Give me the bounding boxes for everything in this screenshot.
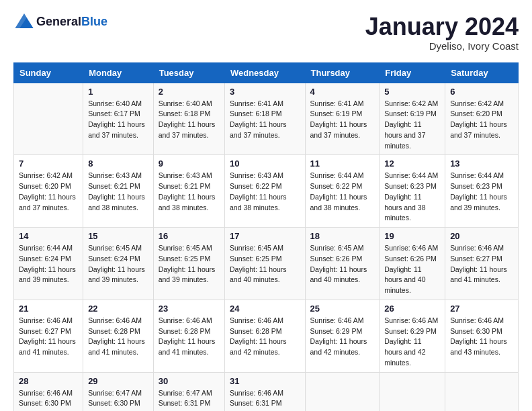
day-number: 5 bbox=[384, 87, 440, 97]
col-header-saturday: Saturday bbox=[445, 62, 519, 83]
day-number: 22 bbox=[88, 304, 148, 314]
calendar-cell: 9Sunrise: 6:43 AMSunset: 6:21 PMDaylight… bbox=[153, 155, 224, 228]
day-number: 28 bbox=[19, 376, 78, 386]
page-header: GeneralBlue January 2024 Dyeliso, Ivory … bbox=[13, 13, 519, 52]
calendar-cell: 21Sunrise: 6:46 AMSunset: 6:27 PMDayligh… bbox=[14, 300, 83, 372]
day-number: 11 bbox=[310, 158, 375, 169]
logo-icon bbox=[15, 13, 34, 28]
cell-sun-info: Sunrise: 6:46 AMSunset: 6:28 PMDaylight:… bbox=[159, 316, 220, 358]
calendar-cell bbox=[14, 83, 83, 155]
calendar-cell: 8Sunrise: 6:43 AMSunset: 6:21 PMDaylight… bbox=[83, 155, 154, 228]
day-number: 23 bbox=[159, 304, 220, 314]
logo: GeneralBlue bbox=[13, 13, 107, 31]
col-header-friday: Friday bbox=[380, 62, 445, 83]
calendar-cell: 4Sunrise: 6:41 AMSunset: 6:19 PMDaylight… bbox=[305, 83, 380, 155]
calendar-cell bbox=[380, 372, 445, 411]
cell-sun-info: Sunrise: 6:42 AMSunset: 6:19 PMDaylight:… bbox=[384, 99, 440, 152]
calendar-table: SundayMondayTuesdayWednesdayThursdayFrid… bbox=[13, 62, 519, 411]
cell-sun-info: Sunrise: 6:45 AMSunset: 6:25 PMDaylight:… bbox=[230, 243, 300, 285]
calendar-cell bbox=[305, 372, 380, 411]
cell-sun-info: Sunrise: 6:41 AMSunset: 6:18 PMDaylight:… bbox=[230, 99, 300, 141]
calendar-cell bbox=[445, 372, 519, 411]
cell-sun-info: Sunrise: 6:44 AMSunset: 6:23 PMDaylight:… bbox=[450, 171, 513, 213]
calendar-cell: 26Sunrise: 6:46 AMSunset: 6:29 PMDayligh… bbox=[380, 300, 445, 372]
cell-sun-info: Sunrise: 6:46 AMSunset: 6:27 PMDaylight:… bbox=[450, 243, 513, 285]
cell-sun-info: Sunrise: 6:46 AMSunset: 6:29 PMDaylight:… bbox=[384, 316, 440, 369]
day-number: 12 bbox=[384, 158, 440, 169]
cell-sun-info: Sunrise: 6:45 AMSunset: 6:26 PMDaylight:… bbox=[310, 243, 375, 285]
cell-sun-info: Sunrise: 6:41 AMSunset: 6:19 PMDaylight:… bbox=[310, 99, 375, 141]
day-number: 7 bbox=[19, 158, 78, 169]
col-header-sunday: Sunday bbox=[14, 62, 83, 83]
day-number: 16 bbox=[159, 231, 220, 241]
calendar-cell: 10Sunrise: 6:43 AMSunset: 6:22 PMDayligh… bbox=[224, 155, 305, 228]
calendar-cell: 27Sunrise: 6:46 AMSunset: 6:30 PMDayligh… bbox=[445, 300, 519, 372]
calendar-cell: 18Sunrise: 6:45 AMSunset: 6:26 PMDayligh… bbox=[305, 228, 380, 300]
calendar-cell: 7Sunrise: 6:42 AMSunset: 6:20 PMDaylight… bbox=[14, 155, 83, 228]
day-number: 20 bbox=[450, 231, 513, 241]
calendar-cell: 23Sunrise: 6:46 AMSunset: 6:28 PMDayligh… bbox=[153, 300, 224, 372]
cell-sun-info: Sunrise: 6:46 AMSunset: 6:28 PMDaylight:… bbox=[88, 316, 148, 358]
day-number: 30 bbox=[159, 376, 220, 386]
calendar-cell: 19Sunrise: 6:46 AMSunset: 6:26 PMDayligh… bbox=[380, 228, 445, 300]
calendar-cell: 11Sunrise: 6:44 AMSunset: 6:22 PMDayligh… bbox=[305, 155, 380, 228]
calendar-cell: 28Sunrise: 6:46 AMSunset: 6:30 PMDayligh… bbox=[14, 372, 83, 411]
cell-sun-info: Sunrise: 6:40 AMSunset: 6:17 PMDaylight:… bbox=[88, 99, 148, 141]
cell-sun-info: Sunrise: 6:44 AMSunset: 6:22 PMDaylight:… bbox=[310, 171, 375, 213]
col-header-tuesday: Tuesday bbox=[153, 62, 224, 83]
col-header-wednesday: Wednesday bbox=[224, 62, 305, 83]
cell-sun-info: Sunrise: 6:46 AMSunset: 6:30 PMDaylight:… bbox=[450, 316, 513, 358]
cell-sun-info: Sunrise: 6:43 AMSunset: 6:21 PMDaylight:… bbox=[159, 171, 220, 213]
cell-sun-info: Sunrise: 6:45 AMSunset: 6:25 PMDaylight:… bbox=[159, 243, 220, 285]
week-row-4: 21Sunrise: 6:46 AMSunset: 6:27 PMDayligh… bbox=[14, 300, 519, 372]
logo-blue-text: Blue bbox=[81, 15, 107, 28]
calendar-cell: 20Sunrise: 6:46 AMSunset: 6:27 PMDayligh… bbox=[445, 228, 519, 300]
week-row-1: 1Sunrise: 6:40 AMSunset: 6:17 PMDaylight… bbox=[14, 83, 519, 155]
day-number: 2 bbox=[159, 87, 220, 97]
cell-sun-info: Sunrise: 6:46 AMSunset: 6:26 PMDaylight:… bbox=[384, 243, 440, 296]
col-header-thursday: Thursday bbox=[305, 62, 380, 83]
col-header-monday: Monday bbox=[83, 62, 154, 83]
calendar-cell: 5Sunrise: 6:42 AMSunset: 6:19 PMDaylight… bbox=[380, 83, 445, 155]
calendar-cell: 30Sunrise: 6:47 AMSunset: 6:31 PMDayligh… bbox=[153, 372, 224, 411]
cell-sun-info: Sunrise: 6:46 AMSunset: 6:29 PMDaylight:… bbox=[310, 316, 375, 358]
calendar-cell: 17Sunrise: 6:45 AMSunset: 6:25 PMDayligh… bbox=[224, 228, 305, 300]
week-row-3: 14Sunrise: 6:44 AMSunset: 6:24 PMDayligh… bbox=[14, 228, 519, 300]
day-number: 9 bbox=[159, 158, 220, 169]
cell-sun-info: Sunrise: 6:45 AMSunset: 6:24 PMDaylight:… bbox=[88, 243, 148, 285]
cell-sun-info: Sunrise: 6:43 AMSunset: 6:22 PMDaylight:… bbox=[230, 171, 300, 213]
calendar-cell: 2Sunrise: 6:40 AMSunset: 6:18 PMDaylight… bbox=[153, 83, 224, 155]
cell-sun-info: Sunrise: 6:40 AMSunset: 6:18 PMDaylight:… bbox=[159, 99, 220, 141]
cell-sun-info: Sunrise: 6:46 AMSunset: 6:27 PMDaylight:… bbox=[19, 316, 78, 358]
title-block: January 2024 Dyeliso, Ivory Coast bbox=[365, 13, 519, 52]
day-number: 1 bbox=[88, 87, 148, 97]
calendar-cell: 6Sunrise: 6:42 AMSunset: 6:20 PMDaylight… bbox=[445, 83, 519, 155]
header-row: SundayMondayTuesdayWednesdayThursdayFrid… bbox=[14, 62, 519, 83]
day-number: 17 bbox=[230, 231, 300, 241]
cell-sun-info: Sunrise: 6:47 AMSunset: 6:31 PMDaylight:… bbox=[159, 388, 220, 411]
cell-sun-info: Sunrise: 6:44 AMSunset: 6:24 PMDaylight:… bbox=[19, 243, 78, 285]
cell-sun-info: Sunrise: 6:42 AMSunset: 6:20 PMDaylight:… bbox=[450, 99, 513, 141]
calendar-cell: 25Sunrise: 6:46 AMSunset: 6:29 PMDayligh… bbox=[305, 300, 380, 372]
calendar-cell: 16Sunrise: 6:45 AMSunset: 6:25 PMDayligh… bbox=[153, 228, 224, 300]
day-number: 27 bbox=[450, 304, 513, 314]
calendar-cell: 31Sunrise: 6:46 AMSunset: 6:31 PMDayligh… bbox=[224, 372, 305, 411]
day-number: 24 bbox=[230, 304, 300, 314]
week-row-2: 7Sunrise: 6:42 AMSunset: 6:20 PMDaylight… bbox=[14, 155, 519, 228]
day-number: 31 bbox=[230, 376, 300, 386]
calendar-cell: 15Sunrise: 6:45 AMSunset: 6:24 PMDayligh… bbox=[83, 228, 154, 300]
calendar-cell: 12Sunrise: 6:44 AMSunset: 6:23 PMDayligh… bbox=[380, 155, 445, 228]
logo-general-text: General bbox=[36, 15, 81, 28]
cell-sun-info: Sunrise: 6:43 AMSunset: 6:21 PMDaylight:… bbox=[88, 171, 148, 213]
cell-sun-info: Sunrise: 6:42 AMSunset: 6:20 PMDaylight:… bbox=[19, 171, 78, 213]
calendar-cell: 22Sunrise: 6:46 AMSunset: 6:28 PMDayligh… bbox=[83, 300, 154, 372]
calendar-cell: 29Sunrise: 6:47 AMSunset: 6:30 PMDayligh… bbox=[83, 372, 154, 411]
cell-sun-info: Sunrise: 6:46 AMSunset: 6:30 PMDaylight:… bbox=[19, 388, 78, 411]
day-number: 18 bbox=[310, 231, 375, 241]
calendar-cell: 3Sunrise: 6:41 AMSunset: 6:18 PMDaylight… bbox=[224, 83, 305, 155]
day-number: 14 bbox=[19, 231, 78, 241]
location: Dyeliso, Ivory Coast bbox=[365, 40, 519, 52]
day-number: 13 bbox=[450, 158, 513, 169]
day-number: 10 bbox=[230, 158, 300, 169]
day-number: 15 bbox=[88, 231, 148, 241]
